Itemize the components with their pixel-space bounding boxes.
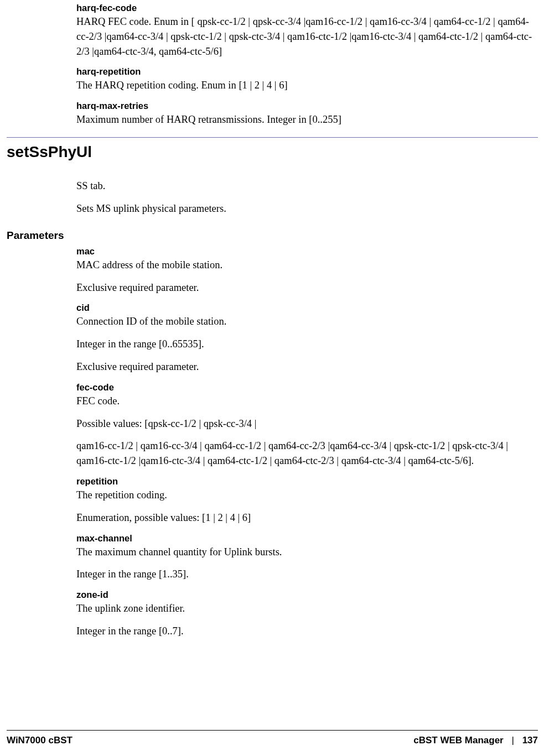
param-desc: FEC code. [76, 394, 538, 409]
param-desc: Integer in the range [0..65535]. [76, 337, 538, 352]
param-desc: Connection ID of the mobile station. [76, 314, 538, 329]
param-name-harq-max-retries: harq-max-retries [76, 101, 538, 111]
param-desc: Exclusive required parameter. [76, 280, 538, 295]
section-intro: SS tab. [76, 179, 538, 194]
footer-product: WiN7000 cBST [7, 735, 72, 746]
param-name-repetition: repetition [76, 476, 538, 487]
param-desc: The repetition coding. [76, 488, 538, 503]
section-intro: Sets MS uplink physical parameters. [76, 201, 538, 216]
param-desc: The uplink zone identifier. [76, 601, 538, 616]
param-name-max-channel: max-channel [76, 533, 538, 544]
param-desc: Maximum number of HARQ retransmissions. … [76, 112, 538, 127]
param-desc: Integer in the range [1..35]. [76, 567, 538, 582]
param-name-cid: cid [76, 303, 538, 313]
param-desc: HARQ FEC code. Enum in [ qpsk-cc-1/2 | q… [76, 14, 538, 59]
param-desc: Integer in the range [0..7]. [76, 624, 538, 639]
footer-right: cBST WEB Manager | 137 [413, 735, 538, 746]
footer-separator: | [511, 735, 514, 745]
footer-page-number: 137 [522, 735, 538, 745]
param-name-fec-code: fec-code [76, 382, 538, 393]
param-desc: The HARQ repetition coding. Enum in [1 |… [76, 78, 538, 93]
param-name-mac: mac [76, 246, 538, 257]
section-heading-setssphyul: setSsPhyUl [7, 137, 538, 179]
param-name-harq-repetition: harq-repetition [76, 66, 538, 77]
param-name-harq-fec-code: harq-fec-code [76, 3, 538, 13]
param-desc: MAC address of the mobile station. [76, 258, 538, 273]
param-desc: Enumeration, possible values: [1 | 2 | 4… [76, 510, 538, 525]
footer-section: cBST WEB Manager [413, 735, 503, 745]
param-desc: The maximum channel quantity for Uplink … [76, 545, 538, 560]
param-desc: Exclusive required parameter. [76, 359, 538, 374]
param-desc: qam16-cc-1/2 | qam16-cc-3/4 | qam64-cc-1… [76, 439, 538, 468]
param-desc: Possible values: [qpsk-cc-1/2 | qpsk-cc-… [76, 416, 538, 431]
param-name-zone-id: zone-id [76, 590, 538, 600]
parameters-heading: Parameters [7, 230, 538, 242]
